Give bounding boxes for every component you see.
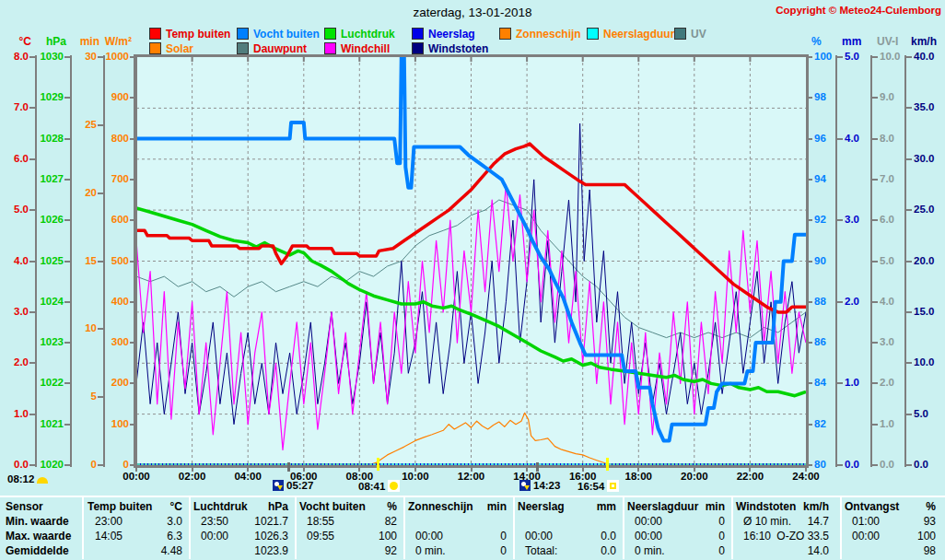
chart-plot — [136, 57, 806, 465]
table-cell-value: 82 — [385, 515, 397, 528]
table-cell-value: 0 — [500, 530, 507, 542]
axis-tick-label: 5.0 — [880, 255, 894, 267]
table-cell-row — [408, 515, 508, 529]
axis-tick-label: 1025 — [40, 255, 64, 267]
axis-tick — [98, 396, 103, 398]
legend-swatch-neerslag — [412, 28, 424, 40]
x-axis-label: 12:00 — [451, 471, 492, 482]
table-cell-label: 01:00 — [852, 515, 880, 528]
axis-tick-label: 20 — [85, 187, 97, 199]
axis-tick — [130, 382, 135, 384]
axis-header-km-h: km/h — [911, 35, 937, 48]
table-cell-value: 0 — [718, 530, 725, 542]
axis-tick — [130, 424, 135, 426]
table-row-header: Gemiddelde — [6, 544, 79, 558]
axis-tick — [807, 56, 812, 58]
axis-tick-label: 4.0 — [880, 296, 894, 308]
table-separator — [840, 497, 842, 559]
table-separator — [295, 497, 297, 559]
axis-tick-label: 1026 — [40, 214, 64, 226]
axis-tick-label: 80 — [814, 459, 826, 471]
axis-tick — [29, 158, 35, 160]
morning-time-label: 08:12 — [7, 473, 34, 484]
axis-tick-label: 10.0 — [880, 51, 900, 63]
axis-tick — [872, 382, 878, 384]
axis-tick-label: 1020 — [40, 459, 64, 471]
x-axis-tick — [135, 468, 137, 472]
axis-tick-label: 2.0 — [845, 296, 859, 308]
moonrise-time-label: 14:23 — [533, 480, 560, 491]
sunset-marker: 16:54 — [578, 480, 619, 492]
axis-tick — [64, 424, 70, 426]
table-row-header: Max. waarde — [6, 530, 79, 543]
axis-tick — [29, 107, 35, 109]
axis-tick — [837, 382, 843, 384]
table-cell-label: 14:05 — [95, 530, 122, 542]
axis-tick-label: 1021 — [40, 418, 64, 430]
axis-tick — [64, 301, 70, 303]
table-cell-row: 00:000 — [627, 515, 727, 529]
axis-tick-label: 3.0 — [14, 306, 29, 318]
table-cell-row: 09:55100 — [299, 530, 399, 543]
legend-item-windstoten: Windstoten — [412, 42, 488, 54]
axis-tick — [130, 301, 135, 303]
table-separator — [623, 497, 624, 559]
table-column-header: Vocht buiten% — [299, 500, 399, 514]
axis-tick — [29, 311, 35, 313]
axis-tick-label: 82 — [814, 418, 826, 430]
table-cell-row: 23:501021.7 — [193, 515, 290, 529]
table-cell-row: 14.0 — [736, 544, 831, 558]
axis-tick — [906, 261, 912, 262]
axis-line-w-m — [135, 55, 137, 467]
axis-tick-label: 94 — [814, 173, 826, 185]
table-column-name: Ontvangst — [845, 500, 899, 513]
legend-item-solar: Solar — [149, 42, 193, 54]
legend-swatch-zonneschijn — [499, 28, 511, 40]
table-cell-value: 92 — [385, 544, 397, 557]
x-axis-tick — [526, 468, 528, 472]
table-cell-value: 6.3 — [167, 530, 182, 542]
axis-tick-label: 84 — [814, 377, 826, 389]
table-column-zonneschijn: Zonneschijnmin00:0000 min.0 — [408, 500, 508, 559]
axis-tick-label: 0.0 — [914, 459, 928, 471]
axis-tick-label: 1029 — [40, 91, 64, 103]
sunset-baseline-tick — [606, 458, 609, 471]
table-separator — [731, 497, 733, 559]
axis-tick — [872, 219, 878, 221]
axis-tick — [29, 464, 35, 466]
table-cell-label: 00:00 — [852, 530, 880, 542]
table-column-unit: °C — [170, 500, 182, 513]
table-cell-row: 00:001026.3 — [193, 530, 290, 543]
axis-tick-label: 1.0 — [14, 408, 29, 420]
table-separator — [403, 497, 405, 559]
legend-swatch-dauwpunt — [237, 42, 249, 54]
table-separator — [82, 497, 84, 559]
axis-tick-label: 7.0 — [14, 101, 29, 113]
table-column-neerslag: Neerslagmm00:000.0Totaal:0.0 — [518, 500, 618, 559]
axis-tick-label: 6.0 — [14, 153, 29, 165]
axis-tick-label: 20.0 — [914, 255, 934, 267]
table-row-header-text: Max. waarde — [6, 530, 71, 542]
sunrise-time-label: 08:41 — [358, 481, 385, 492]
moon-icon — [273, 480, 284, 491]
axis-tick — [872, 464, 878, 466]
axis-tick-label: 5.0 — [845, 51, 859, 63]
legend-label: Vocht buiten — [253, 28, 320, 41]
weather-station-dashboard: zaterdag, 13-01-2018 Copyright © Meteo24… — [0, 0, 945, 560]
table-column-ontvangst: Ontvangst%01:009300:0010098 — [845, 500, 938, 559]
x-axis-tick — [805, 468, 807, 472]
axis-tick-label: 0.0 — [845, 459, 859, 471]
axis-tick — [29, 56, 35, 58]
legend-swatch-windchill — [324, 42, 336, 54]
axis-tick-label: 900 — [111, 91, 129, 103]
axis-tick-label: 10 — [85, 322, 97, 334]
axis-tick — [130, 179, 135, 181]
axis-tick — [64, 382, 70, 384]
axis-tick-label: 700 — [111, 173, 129, 185]
table-cell-value: 1023.9 — [254, 544, 288, 557]
legend-swatch-luchtdruk — [324, 28, 336, 40]
axis-header-mm: mm — [842, 35, 861, 48]
axis-tick — [64, 97, 70, 99]
table-cell-row: 4.48 — [88, 544, 184, 558]
table-separator — [513, 497, 515, 559]
